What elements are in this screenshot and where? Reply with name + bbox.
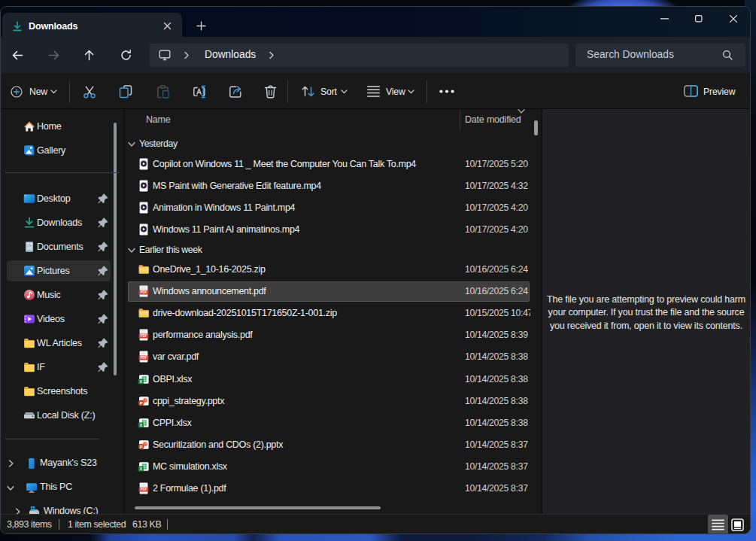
svg-text:X: X [139,423,142,427]
svg-text:P: P [140,445,143,449]
svg-text:PDF: PDF [140,356,147,360]
svg-text:X: X [139,467,142,471]
svg-text:X: X [139,379,142,384]
svg-text:PDF: PDF [140,290,147,294]
svg-text:PDF: PDF [140,488,147,491]
svg-text:PDF: PDF [140,334,147,338]
svg-text:P: P [140,401,143,406]
